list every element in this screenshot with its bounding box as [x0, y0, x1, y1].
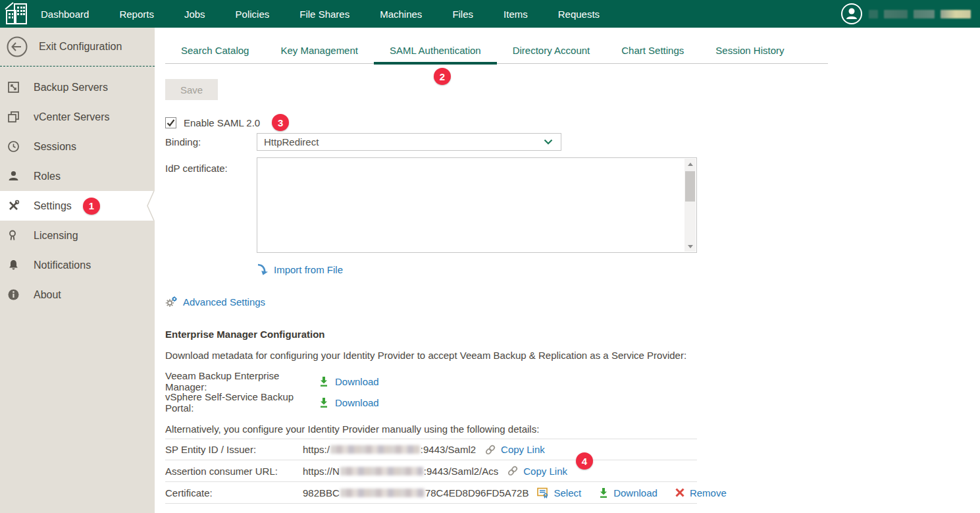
download-link[interactable]: Download: [613, 487, 658, 499]
import-arrow-icon: [257, 263, 268, 275]
user-avatar-icon[interactable]: [840, 3, 863, 25]
textarea-scrollbar[interactable]: [684, 159, 696, 252]
redacted-host: [330, 445, 420, 454]
tab-saml-authentication[interactable]: SAML Authentication: [374, 43, 497, 65]
settings-content: Search Catalog Key Management SAML Authe…: [155, 28, 980, 513]
advanced-settings-link[interactable]: Advanced Settings: [165, 296, 265, 308]
exit-configuration-button[interactable]: Exit Configuration: [0, 28, 155, 66]
select-certificate-icon: [537, 487, 549, 499]
save-button[interactable]: Save: [165, 79, 218, 100]
enterprise-manager-configuration-heading: Enterprise Manager Configuration: [165, 329, 325, 340]
select-link[interactable]: Select: [554, 487, 581, 499]
idp-certificate-textarea[interactable]: [257, 157, 697, 253]
nav-item-jobs[interactable]: Jobs: [184, 9, 205, 20]
sidebar-item-settings[interactable]: Settings 1: [0, 191, 155, 221]
settings-tools-icon: [7, 200, 20, 212]
redacted-thumbprint: [340, 489, 425, 497]
download-icon: [319, 397, 329, 408]
copy-link[interactable]: Copy Link: [523, 466, 567, 477]
tab-session-history[interactable]: Session History: [700, 43, 800, 63]
nav-item-reports[interactable]: Reports: [119, 9, 154, 20]
scroll-up-button[interactable]: [684, 159, 696, 169]
vcenter-servers-icon: [7, 111, 20, 123]
copy-link-icon: [507, 465, 519, 477]
nav-item-policies[interactable]: Policies: [236, 9, 270, 20]
vsphere-portal-download-row: vSphere Self-Service Backup Portal: Down…: [165, 391, 379, 414]
redacted-username-block: [914, 10, 935, 18]
download-icon: [598, 487, 609, 499]
back-arrow-icon: [6, 36, 28, 58]
enable-saml-label: Enable SAML 2.0: [184, 117, 260, 128]
veeam-logo-icon: [0, 0, 36, 28]
settings-tabs: Search Catalog Key Management SAML Authe…: [165, 43, 828, 64]
sp-entity-id-row: SP Entity ID / Issuer: https:/:9443/Saml…: [165, 439, 697, 460]
import-from-file-link[interactable]: Import from File: [257, 263, 343, 275]
callout-badge-4: 4: [576, 452, 593, 470]
nav-menu: Dashboard Reports Jobs Policies File Sha…: [41, 9, 600, 20]
veeam-backup-em-download-row: Veeam Backup Enterprise Manager: Downloa…: [165, 370, 379, 392]
sessions-clock-icon: [7, 140, 20, 153]
chevron-down-icon: [544, 139, 553, 145]
copy-link-icon: [484, 444, 496, 456]
redacted-username-block: [941, 10, 971, 18]
nav-item-files[interactable]: Files: [452, 9, 473, 20]
download-link[interactable]: Download: [335, 397, 379, 408]
sidebar-item-sessions[interactable]: Sessions: [0, 132, 155, 161]
manual-configuration-intro: Alternatively, you configure your Identi…: [165, 423, 539, 435]
sidebar-item-about[interactable]: About: [0, 280, 155, 310]
exit-configuration-label: Exit Configuration: [39, 41, 122, 53]
redacted-host: [340, 467, 423, 475]
sidebar-separator: [0, 66, 155, 67]
redacted-username-block: [884, 10, 908, 18]
tab-key-management[interactable]: Key Management: [265, 43, 374, 63]
licensing-award-icon: [7, 229, 20, 242]
remove-link[interactable]: Remove: [690, 487, 727, 499]
sidebar-item-vcenter-servers[interactable]: vCenter Servers: [0, 102, 155, 132]
callout-badge-2: 2: [434, 68, 451, 85]
callout-badge-3: 3: [272, 114, 289, 131]
tab-directory-account[interactable]: Directory Account: [497, 43, 606, 63]
tab-chart-settings[interactable]: Chart Settings: [606, 43, 700, 63]
remove-x-icon: [675, 487, 685, 498]
binding-label: Binding:: [165, 136, 201, 148]
nav-item-requests[interactable]: Requests: [558, 9, 600, 20]
nav-item-machines[interactable]: Machines: [380, 9, 422, 20]
sp-details-table: SP Entity ID / Issuer: https:/:9443/Saml…: [165, 439, 697, 504]
enable-saml-checkbox[interactable]: [165, 117, 176, 128]
top-navigation: Dashboard Reports Jobs Policies File Sha…: [0, 0, 980, 28]
notifications-bell-icon: [7, 259, 20, 271]
sidebar-item-licensing[interactable]: Licensing: [0, 221, 155, 250]
certificate-row: Certificate: 982BBC78C4ED8D96FD5A72B Sel…: [165, 482, 697, 504]
copy-link[interactable]: Copy Link: [501, 444, 545, 455]
redacted-username-block: [869, 10, 878, 18]
scrollbar-thumb[interactable]: [685, 171, 695, 202]
binding-selected-value: HttpRedirect: [264, 136, 319, 148]
active-item-notch: [147, 191, 155, 221]
download-metadata-description: Download metadata for configuring your I…: [165, 350, 686, 361]
download-link[interactable]: Download: [335, 376, 379, 387]
tab-search-catalog[interactable]: Search Catalog: [165, 43, 265, 63]
nav-item-file-shares[interactable]: File Shares: [299, 9, 349, 20]
assertion-consumer-url-row: Assertion consumer URL: https://N:9443/S…: [165, 460, 697, 482]
scroll-down-button[interactable]: [684, 241, 696, 252]
download-icon: [319, 376, 329, 387]
sidebar-item-roles[interactable]: Roles: [0, 161, 155, 191]
sidebar-item-backup-servers[interactable]: Backup Servers: [0, 72, 155, 102]
gears-icon: [165, 296, 178, 308]
binding-dropdown[interactable]: HttpRedirect: [257, 133, 561, 151]
backup-servers-icon: [7, 81, 20, 94]
sidebar-item-notifications[interactable]: Notifications: [0, 250, 155, 280]
callout-badge-1: 1: [83, 198, 100, 215]
configuration-sidebar: Exit Configuration Backup Servers vCente…: [0, 28, 155, 513]
roles-person-icon: [7, 170, 20, 182]
nav-item-items[interactable]: Items: [503, 9, 528, 20]
about-info-icon: [7, 288, 20, 301]
idp-certificate-label: IdP certificate:: [165, 163, 228, 174]
nav-item-dashboard[interactable]: Dashboard: [41, 9, 89, 20]
